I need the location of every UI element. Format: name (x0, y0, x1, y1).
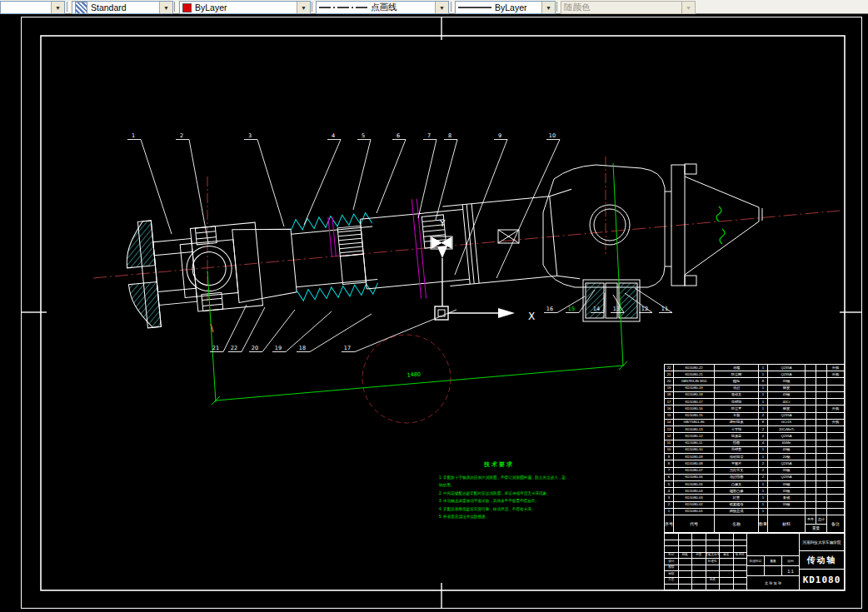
revision-circle (362, 335, 451, 423)
title-block-row: 校核 (665, 565, 746, 572)
title-block-middle: 阶段标记 重量 比例 1:1 共 张 第 张 (747, 534, 800, 590)
right-yoke (543, 164, 762, 321)
bom-header-unit: 单件 (806, 515, 816, 524)
bom-header-total: 总计 (816, 515, 826, 524)
bom-row: 22KD1080-22油嘴1Q235A外购 (665, 365, 844, 371)
tech-requirement-line: 3. 传动轴总成需做动平衡试验，其残余不平衡量不得超差。 (439, 497, 559, 505)
flange-hatch-bottom (128, 282, 161, 330)
balloon-label: 3 (244, 132, 284, 226)
title-block-row: 工艺批准 (665, 578, 746, 585)
balloon-label: 21 (210, 305, 247, 352)
chevron-down-icon[interactable]: ▼ (297, 2, 310, 13)
svg-text:16: 16 (546, 306, 553, 312)
balloon-label: 2 (176, 132, 208, 243)
dimstyle-value: Standard (91, 2, 127, 12)
flange-hatch-top (122, 221, 155, 268)
top-toolbar: ▼ Standard ▼ ByLayer ▼ 点画线 ▼ ByLa (0, 0, 868, 14)
title-block-row (665, 534, 746, 540)
bom-row: 7KD1080-07万向节叉235钢 (665, 468, 844, 475)
tech-requirement-line: 响使用。 (439, 481, 559, 489)
organization-name: 河南科技大学车辆学院 (800, 534, 844, 551)
balloon-label: 22 (228, 307, 265, 352)
dashdot-line-icon (319, 5, 367, 10)
chevron-down-icon[interactable]: ▼ (159, 2, 172, 13)
svg-text:4: 4 (332, 132, 335, 139)
toolbar-separator (312, 2, 315, 12)
svg-text:20: 20 (252, 345, 258, 351)
svg-text:19: 19 (275, 345, 282, 351)
svg-text:15: 15 (568, 306, 575, 312)
part-title: 传动轴 (800, 551, 844, 570)
chevron-down-icon[interactable]: ▼ (541, 2, 555, 13)
bom-header-weight: 单件 总计 重量 (806, 515, 827, 532)
sheet-count: 共 张 第 张 (747, 576, 799, 590)
tech-requirement-line: 5. 外表面应清洁并涂防锈漆。 (439, 513, 559, 520)
svg-text:13: 13 (613, 306, 620, 312)
svg-text:11: 11 (661, 306, 668, 312)
title-block: 标记处数分区更改文件号签名年月日设计标准化校核审核工艺批准 阶段标记 重量 比例… (664, 533, 845, 590)
bom-header-no: 序号 (665, 515, 674, 532)
svg-text:9: 9 (498, 132, 501, 139)
balloon-label: 5 (353, 132, 371, 210)
layer-combo[interactable]: ▼ (0, 1, 65, 14)
svg-text:10: 10 (549, 132, 556, 139)
ucs-icon: Y X (435, 218, 535, 322)
bom-row: 14GB/T5801-86滚针轴承8GCr15外购 (665, 420, 844, 426)
balloon-label: 6 (377, 132, 406, 213)
bom-row: 12KD1080-12轴承盖4Q235A (665, 433, 844, 440)
balloon-label: 11 (635, 288, 672, 313)
balloon-label: 4 (304, 132, 341, 225)
toolbar-separator (556, 2, 560, 12)
chevron-down-icon[interactable]: ▼ (435, 2, 448, 13)
bom-row: 3KD1080-03衬套1青铜 (665, 495, 844, 501)
stage-mark-box (747, 534, 799, 555)
toolbar-separator (174, 2, 177, 12)
driveshaft-assembly (122, 181, 581, 329)
svg-text:1: 1 (132, 132, 135, 139)
plotstyle-combo: 随颜色 ▼ (561, 1, 696, 14)
linetype-value: 点画线 (371, 2, 397, 13)
bom-row: 4KD1080-04端面凸缘135钢 (665, 488, 844, 495)
lineweight-value: ByLayer (495, 2, 527, 12)
chevron-down-icon: ▼ (681, 2, 695, 13)
svg-text:18: 18 (299, 345, 306, 351)
solid-line-icon (458, 5, 491, 10)
lineweight-combo[interactable]: ByLayer ▼ (455, 1, 556, 14)
svg-text:5: 5 (362, 132, 365, 139)
svg-text:21: 21 (212, 345, 219, 351)
bom-row: 2KD1080-02锁紧螺母135钢 (665, 502, 844, 509)
svg-text:2: 2 (180, 132, 183, 139)
stage-label: 阶段标记 (747, 556, 765, 565)
toolbar-separator (451, 2, 454, 12)
dimstyle-icon (75, 2, 87, 14)
title-block-signatures: 标记处数分区更改文件号签名年月日设计标准化校核审核工艺批准 (665, 534, 747, 590)
bom-row: 15KD1080-15卡箍2Q235A (665, 413, 844, 420)
bom-row: 16KD1080-16防尘罩1橡胶外购 (665, 406, 844, 412)
title-block-right: 河南科技大学车辆学院 传动轴 KD1080 (800, 534, 844, 590)
dimstyle-combo[interactable]: Standard ▼ (72, 1, 173, 14)
weight-label: 重量 (765, 556, 782, 565)
break-mark (716, 206, 725, 244)
bom-row: 17KD1080-17花键轴140Cr (665, 399, 844, 406)
title-block-row (665, 585, 746, 590)
svg-text:17: 17 (344, 345, 351, 351)
svg-text:6: 6 (397, 132, 400, 139)
balloon-label: 1 (127, 132, 172, 234)
chevron-down-icon[interactable]: ▼ (51, 2, 64, 13)
bom-header-note: 备注 (827, 515, 844, 532)
tech-requirements: 技术要求 1. 装配前十字轴承内应加注润滑脂，不得让润滑脂外漏，防止灰尘进入，影… (439, 460, 559, 520)
svg-text:7: 7 (427, 132, 431, 139)
bom-row: 20GB5783-86 M10螺栓835钢 (665, 378, 844, 385)
balloon-label: 7 (418, 132, 436, 218)
title-block-row: 审核 (665, 571, 746, 578)
title-block-row (665, 540, 746, 547)
color-combo[interactable]: ByLayer ▼ (179, 1, 311, 14)
linetype-combo[interactable]: 点画线 ▼ (316, 1, 449, 14)
bom-row: 5KD1080-05凸缘叉135钢 (665, 481, 844, 488)
balloon-label: 9 (455, 132, 507, 275)
ucs-y-label: Y (439, 218, 446, 229)
tech-requirements-title: 技术要求 (439, 460, 559, 469)
bom-row: 21KD1080-21防尘帽1Q235A外购 (665, 371, 844, 378)
balloon-label: 20 (249, 310, 295, 352)
title-block-row: 标记处数分区更改文件号签名年月日 (665, 553, 746, 560)
